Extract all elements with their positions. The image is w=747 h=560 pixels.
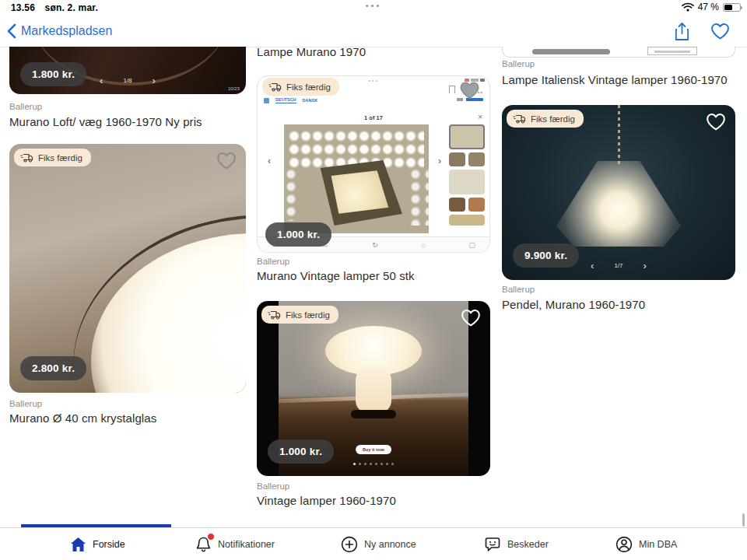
listing-card-vintage[interactable]: Fiks færdig Buy it now 1.000 kr. (257, 301, 490, 476)
tab-label: Min DBA (639, 539, 677, 550)
price-badge: 1.000 kr. (268, 439, 334, 464)
tab-label: Ny annonce (364, 539, 416, 550)
carousel-next-icon[interactable]: › (644, 261, 647, 271)
favorites-heart-icon[interactable] (710, 23, 730, 40)
favorite-heart-icon[interactable] (461, 309, 481, 327)
truck-icon (268, 310, 281, 320)
photo-pill-shape (532, 49, 610, 54)
favorite-heart-icon[interactable] (459, 81, 480, 100)
favorite-heart-icon[interactable] (216, 152, 237, 170)
back-label: Markedspladsen (21, 24, 112, 38)
photo-button-shape (647, 47, 697, 55)
listing-title[interactable]: Vintage lamper 1960-1970 (257, 494, 396, 507)
back-button[interactable]: Markedspladsen (6, 16, 112, 47)
navigation-bar: Markedspladsen (0, 16, 747, 47)
battery-percent: 47 % (698, 2, 719, 12)
listing-title[interactable]: Lampe Italiensk Vintage lamper 1960-1970 (502, 73, 728, 86)
listing-title[interactable]: Murano Loft/ væg 1960-1970 Ny pris (9, 115, 202, 128)
image-carousel-controls: ‹ 1/7 › (502, 261, 735, 271)
wifi-icon (682, 2, 694, 12)
photo-counter: 10/23 (228, 86, 240, 91)
carousel-next-icon[interactable]: › (153, 75, 156, 86)
bell-icon (195, 536, 212, 553)
tab-ny-annonce[interactable]: Ny annonce (341, 528, 416, 560)
fiks-faerdig-label: Fiks færdig (531, 114, 575, 124)
dba-marketplace-screen: 13.56 søn. 2. mar. ••• 47 % Markedsplads… (0, 0, 747, 560)
carousel-prev-icon[interactable]: ‹ (591, 261, 594, 271)
tabs-icon: ▢ (468, 241, 475, 249)
battery-icon (723, 3, 741, 12)
tab-bar: Forside Notifikationer Ny annonce Besked… (0, 527, 747, 560)
tab-beskeder[interactable]: Beskeder (484, 528, 549, 560)
scrollbar[interactable] (742, 513, 745, 527)
carousel-counter: 1/7 (614, 262, 622, 269)
lamp-photo-shape (556, 161, 681, 247)
favorite-heart-icon[interactable] (706, 113, 726, 131)
listing-location: Ballerup (257, 481, 289, 491)
back-chevron-icon (6, 23, 16, 39)
thumbnail-strip (449, 124, 485, 235)
price-badge: 2.800 kr. (20, 356, 86, 380)
viewer-page-indicator: 1 of 17 (258, 114, 489, 121)
close-icon: × (478, 113, 482, 121)
translate-icon (264, 98, 269, 103)
tab-label: Forside (93, 539, 125, 550)
listing-card-vintage50[interactable]: Fiks færdig ••• ••• DEUTSCH DANSK 1 of 1… (257, 75, 490, 253)
price-badge: 1.000 kr. (265, 222, 331, 247)
share-icon[interactable] (674, 22, 690, 41)
home-icon (70, 537, 86, 552)
carousel-counter: 1/8 (123, 77, 132, 84)
tab-notifikationer[interactable]: Notifikationer (195, 528, 275, 560)
listing-title[interactable]: Murano Vintage lamper 50 stk (257, 269, 415, 282)
fiks-faerdig-label: Fiks færdig (286, 82, 331, 92)
truck-icon (513, 114, 526, 124)
home-icon: ⌂ (421, 241, 425, 249)
tab-label: Beskeder (507, 539, 549, 550)
listing-location: Ballerup (9, 102, 42, 111)
tab-deutsch: DEUTSCH (275, 97, 296, 103)
listing-card-krystal[interactable]: Fiks færdig 2.800 kr. (9, 144, 246, 393)
reload-icon: ↻ (372, 241, 378, 249)
listing-location: Ballerup (502, 285, 535, 294)
carousel-prev-icon[interactable]: ‹ (100, 75, 103, 86)
buy-it-now-button: Buy it now (356, 445, 391, 454)
fiks-faerdig-label: Fiks færdig (38, 153, 82, 163)
listing-card-italiensk-photo-bottom[interactable] (502, 47, 735, 58)
fiks-faerdig-badge: Fiks færdig (507, 110, 584, 128)
notification-badge (207, 533, 215, 541)
lamp-chain-shape (618, 105, 620, 167)
status-bar: 13.56 søn. 2. mar. ••• 47 % (0, 0, 747, 16)
chat-smiley-icon (484, 536, 501, 553)
fiks-faerdig-badge: Fiks færdig (14, 149, 91, 166)
listing-title[interactable]: Pendel, Murano 1960-1970 (502, 298, 645, 311)
listing-title[interactable]: Murano Ø 40 cm krystalglas (9, 411, 156, 425)
fiks-faerdig-badge: Fiks færdig (262, 78, 339, 96)
image-carousel-controls: ‹ 1/8 › (9, 75, 246, 86)
listing-card-pendel[interactable]: Fiks færdig 9.900 kr. ‹ 1/7 › (502, 105, 735, 280)
lamp-photo (284, 124, 429, 233)
listing-title[interactable]: Lampe Murano 1970 (257, 45, 366, 58)
viewer-prev-icon: ‹ (263, 156, 275, 168)
tab-dansk: DANSK (303, 98, 318, 103)
fiks-faerdig-badge: Fiks færdig (261, 306, 338, 324)
active-tab-indicator (21, 524, 171, 527)
inner-language-tabs: DEUTSCH DANSK (264, 97, 317, 103)
bookmark-icon (449, 86, 455, 93)
fiks-faerdig-label: Fiks færdig (286, 310, 330, 320)
tab-forside[interactable]: Forside (70, 528, 125, 560)
plus-circle-icon (341, 536, 358, 553)
truck-icon (20, 152, 33, 163)
multitasking-dots-icon: ••• (0, 1, 747, 10)
listing-location: Ballerup (9, 399, 42, 408)
profile-icon (615, 536, 633, 553)
listing-card-loft[interactable]: 1.800 kr. ‹ 1/8 › 10/23 (9, 47, 246, 94)
truck-icon (268, 82, 282, 92)
tab-min-dba[interactable]: Min DBA (615, 528, 677, 560)
listing-location: Ballerup (257, 257, 289, 266)
listing-location: Ballerup (502, 59, 535, 68)
tab-label: Notifikationer (218, 539, 275, 550)
viewer-next-icon: › (433, 156, 446, 168)
